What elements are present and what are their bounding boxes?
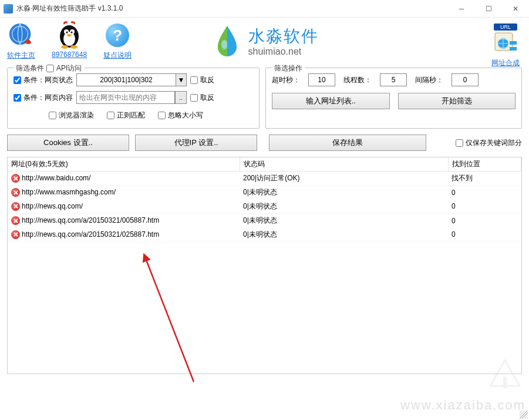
table-row[interactable]: http://www.baidu.com/200|访问正常(OK)找不到 bbox=[8, 172, 521, 186]
svg-point-6 bbox=[70, 31, 72, 33]
timeout-input[interactable] bbox=[308, 73, 335, 86]
threads-label: 线程数： bbox=[343, 75, 372, 85]
results-table[interactable]: 网址(0有效;5无效) 状态码 找到位置 http://www.baidu.co… bbox=[7, 157, 522, 374]
col-header-pos[interactable]: 找到位置 bbox=[448, 157, 521, 172]
reverse-content-checkbox[interactable]: 取反 bbox=[190, 93, 214, 103]
col-header-status[interactable]: 状态码 bbox=[240, 157, 448, 172]
help-button[interactable]: ? 疑点说明 bbox=[103, 21, 132, 61]
row-pos: 找不到 bbox=[448, 172, 521, 186]
qq-label: 897687648 bbox=[52, 51, 87, 59]
filter-conditions-group: 筛选条件 API访问 条件：网页状态 200|301|100|302 ▼ 取反 … bbox=[7, 68, 260, 129]
row-url: http://news.qq.com/ bbox=[22, 202, 83, 210]
row-pos: 0 bbox=[448, 228, 521, 242]
svg-rect-13 bbox=[510, 41, 517, 45]
row-url: http://www.masmhgashg.com/ bbox=[22, 188, 116, 196]
row-url: http://www.baidu.com/ bbox=[22, 174, 90, 182]
url-compose-label: 网址合成 bbox=[491, 58, 520, 68]
home-button[interactable]: 软件主页 bbox=[7, 21, 35, 61]
brand-name-en: shuimiao.net bbox=[248, 46, 319, 57]
titlebar: 水淼·网址有效性筛选助手 v1.3.1.0 ─ ☐ ✕ bbox=[0, 0, 529, 18]
row-pos: 0 bbox=[448, 200, 521, 214]
svg-point-9 bbox=[70, 45, 78, 49]
table-row[interactable]: http://news.qq.com/0|未明状态0 bbox=[8, 200, 521, 214]
brand-logo: 水淼软件 shuimiao.net bbox=[211, 23, 319, 58]
interval-input[interactable] bbox=[451, 73, 479, 86]
filter-ops-legend: 筛选操作 bbox=[274, 63, 302, 73]
url-badge: URL bbox=[494, 23, 517, 31]
error-icon bbox=[11, 174, 20, 183]
minimize-button[interactable]: ─ bbox=[448, 0, 475, 18]
maximize-button[interactable]: ☐ bbox=[475, 0, 502, 18]
cookies-settings-button[interactable]: Cookies 设置.. bbox=[7, 135, 129, 151]
help-icon: ? bbox=[103, 21, 132, 49]
cond-pagecontent-checkbox[interactable]: 条件：网页内容 bbox=[14, 93, 73, 103]
row-url: http://news.qq.com/a/20150321/005887.htm bbox=[22, 216, 159, 224]
url-compose-icon bbox=[493, 31, 518, 57]
error-icon bbox=[11, 202, 20, 211]
svg-point-5 bbox=[66, 31, 68, 33]
brand-name-cn: 水淼软件 bbox=[248, 25, 319, 48]
row-url: http://news.qq.com/a/20150321/025887.htm bbox=[22, 230, 159, 238]
save-results-button[interactable]: 保存结果 bbox=[269, 135, 426, 151]
toolbar: 软件主页 897687648 ? 疑点说明 水淼软件 shuimiao.net … bbox=[0, 18, 529, 65]
resize-grip[interactable] bbox=[520, 411, 528, 419]
url-compose-button[interactable]: URL 网址合成 bbox=[491, 23, 520, 68]
row-status: 0|未明状态 bbox=[240, 228, 448, 242]
regex-checkbox[interactable]: 正则匹配 bbox=[107, 110, 145, 120]
timeout-label: 超时秒： bbox=[272, 75, 300, 85]
interval-label: 间隔秒： bbox=[415, 75, 443, 85]
proxy-settings-button[interactable]: 代理IP 设置.. bbox=[135, 135, 257, 151]
table-row[interactable]: http://news.qq.com/a/20150321/005887.htm… bbox=[8, 214, 521, 228]
table-row[interactable]: http://www.masmhgashg.com/0|未明状态0 bbox=[8, 186, 521, 200]
row-status: 0|未明状态 bbox=[240, 214, 448, 228]
window-title: 水淼·网址有效性筛选助手 v1.3.1.0 bbox=[16, 4, 448, 14]
reverse-status-checkbox[interactable]: 取反 bbox=[190, 75, 214, 85]
row-status: 200|访问正常(OK) bbox=[240, 172, 448, 186]
app-icon bbox=[4, 4, 13, 14]
row-status: 0|未明状态 bbox=[240, 200, 448, 214]
error-icon bbox=[11, 188, 20, 197]
svg-point-2 bbox=[63, 32, 75, 46]
page-content-input[interactable] bbox=[76, 91, 175, 104]
table-row[interactable]: http://news.qq.com/a/20150321/025887.htm… bbox=[8, 228, 521, 242]
start-filter-button[interactable]: 开始筛选 bbox=[398, 93, 516, 109]
penguin-icon bbox=[55, 21, 83, 49]
qq-button[interactable]: 897687648 bbox=[52, 21, 87, 59]
save-only-keyword-checkbox[interactable]: 仅保存关键词部分 bbox=[456, 135, 522, 151]
svg-point-8 bbox=[61, 45, 68, 49]
row-status: 0|未明状态 bbox=[240, 186, 448, 200]
globe-icon bbox=[7, 21, 35, 49]
watermark-text: www.xiazaiba.com bbox=[400, 398, 525, 413]
input-urls-button[interactable]: 输入网址列表.. bbox=[272, 93, 390, 109]
ignore-case-checkbox[interactable]: 忽略大小写 bbox=[158, 110, 203, 120]
water-drop-icon bbox=[211, 23, 244, 58]
threads-input[interactable] bbox=[380, 73, 407, 86]
help-label: 疑点说明 bbox=[103, 51, 132, 61]
filter-cond-legend: 筛选条件 bbox=[16, 63, 44, 73]
col-header-url[interactable]: 网址(0有效;5无效) bbox=[8, 157, 240, 172]
svg-rect-14 bbox=[510, 47, 517, 51]
home-label: 软件主页 bbox=[7, 51, 35, 61]
close-button[interactable]: ✕ bbox=[502, 0, 529, 18]
api-visit-checkbox[interactable]: API访问 bbox=[46, 63, 82, 73]
error-icon bbox=[11, 216, 20, 225]
row-pos: 0 bbox=[448, 214, 521, 228]
status-code-select[interactable]: 200|301|100|302 bbox=[76, 73, 176, 86]
status-code-dropdown-button[interactable]: ▼ bbox=[176, 73, 187, 86]
page-content-expand-button[interactable]: .. bbox=[175, 91, 187, 104]
cond-pagestatus-checkbox[interactable]: 条件：网页状态 bbox=[14, 75, 73, 85]
browser-render-checkbox[interactable]: 浏览器渲染 bbox=[49, 110, 94, 120]
row-pos: 0 bbox=[448, 186, 521, 200]
svg-point-10 bbox=[221, 40, 227, 49]
svg-point-7 bbox=[67, 34, 72, 36]
filter-ops-group: 筛选操作 超时秒： 线程数： 间隔秒： 输入网址列表.. 开始筛选 bbox=[265, 68, 522, 129]
error-icon bbox=[11, 230, 20, 239]
